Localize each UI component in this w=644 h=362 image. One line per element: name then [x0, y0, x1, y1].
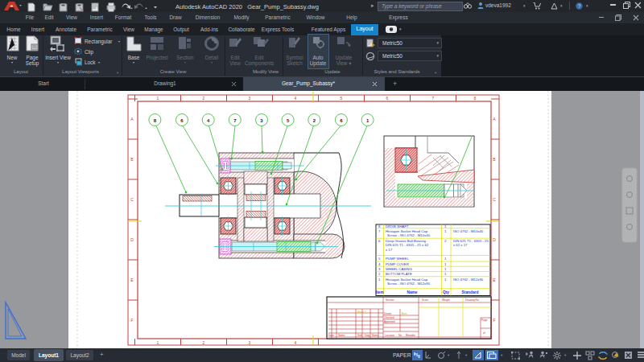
- svg-text:Scale: Scale: [422, 298, 428, 302]
- svg-text:Screw - ISO 4762 - M10x40: Screw - ISO 4762 - M10x40: [387, 233, 431, 237]
- svg-text:Item: Item: [376, 290, 384, 294]
- svg-text:Movable: Movable: [406, 334, 415, 337]
- svg-text:F: F: [130, 318, 133, 323]
- svg-text:4: 4: [295, 340, 297, 345]
- svg-text:Sub: Sub: [357, 334, 362, 337]
- svg-text:ISO 4762 - M12x90: ISO 4762 - M12x90: [453, 278, 484, 282]
- svg-text:Screw - ISO 4762 - M12x90: Screw - ISO 4762 - M12x90: [387, 282, 431, 286]
- svg-text:DRIVE SHAFT: DRIVE SHAFT: [386, 224, 409, 228]
- svg-text:Dwg: Dwg: [365, 334, 370, 337]
- svg-text:DIN 625 T1 - 6305 - 25 x 62: DIN 625 T1 - 6305 - 25 x 62: [386, 243, 429, 247]
- svg-text:Asme-Y: Asme-Y: [357, 311, 367, 314]
- svg-text:Location: Location: [385, 334, 394, 337]
- svg-text:of: of: [483, 331, 485, 335]
- svg-text:Date: Date: [328, 334, 334, 337]
- svg-text:D: D: [130, 237, 134, 242]
- svg-text:8: 8: [474, 96, 477, 101]
- svg-text:Auto: Auto: [402, 312, 407, 315]
- svg-text:Drawn: Drawn: [384, 312, 391, 315]
- svg-text:3: 3: [249, 96, 251, 101]
- svg-text:C: C: [493, 197, 496, 202]
- svg-text:2: 2: [203, 340, 205, 345]
- svg-text:1: 1: [157, 340, 159, 345]
- svg-text:C: C: [130, 197, 134, 202]
- svg-text:Name: Name: [338, 334, 345, 337]
- svg-text:6: 6: [386, 96, 389, 101]
- svg-text:No: No: [398, 334, 402, 337]
- svg-text:2: 2: [203, 96, 205, 101]
- svg-text:Name: Name: [407, 290, 417, 294]
- svg-text:Weight: Weight: [442, 298, 450, 302]
- svg-text:Section: Section: [386, 298, 394, 302]
- svg-text:Hexagon Socket Head Cap: Hexagon Socket Head Cap: [386, 278, 428, 282]
- svg-text:WHEEL CASING: WHEEL CASING: [386, 267, 412, 271]
- svg-text:4: 4: [295, 96, 297, 101]
- svg-text:Approved: Approved: [384, 320, 395, 323]
- svg-text:Hexagon Socket Head Cap: Hexagon Socket Head Cap: [386, 229, 428, 233]
- svg-text:Checked: Checked: [384, 316, 394, 319]
- svg-text:ISO 4762 - M10x40: ISO 4762 - M10x40: [453, 229, 484, 233]
- svg-text:PUMP COVER: PUMP COVER: [386, 262, 409, 266]
- svg-text:Page: Page: [481, 319, 488, 322]
- svg-text:5: 5: [341, 96, 343, 101]
- svg-text:Name: Name: [372, 334, 379, 337]
- svg-text:F: F: [493, 318, 495, 323]
- svg-text:Qty: Qty: [443, 290, 449, 294]
- svg-text:7: 7: [432, 96, 435, 101]
- svg-text:Drawing No: Drawing No: [465, 298, 479, 302]
- svg-text:DIN 625 T1 - 6305 - 25: DIN 625 T1 - 6305 - 25: [453, 239, 489, 243]
- svg-text:x 17: x 17: [386, 248, 393, 252]
- svg-text:x 62 x 17: x 62 x 17: [453, 243, 468, 247]
- svg-text:PUMP WHEEL: PUMP WHEEL: [386, 257, 409, 261]
- svg-text:?: ?: [578, 2, 581, 8]
- svg-text:BOTTOM PLATE: BOTTOM PLATE: [386, 272, 412, 276]
- svg-text:3: 3: [249, 340, 251, 345]
- svg-text:1: 1: [157, 96, 159, 101]
- svg-text:Standard: Standard: [462, 290, 479, 294]
- svg-text:D: D: [493, 237, 496, 242]
- svg-text:Deep Groove Ball Bearing -: Deep Groove Ball Bearing -: [386, 239, 428, 243]
